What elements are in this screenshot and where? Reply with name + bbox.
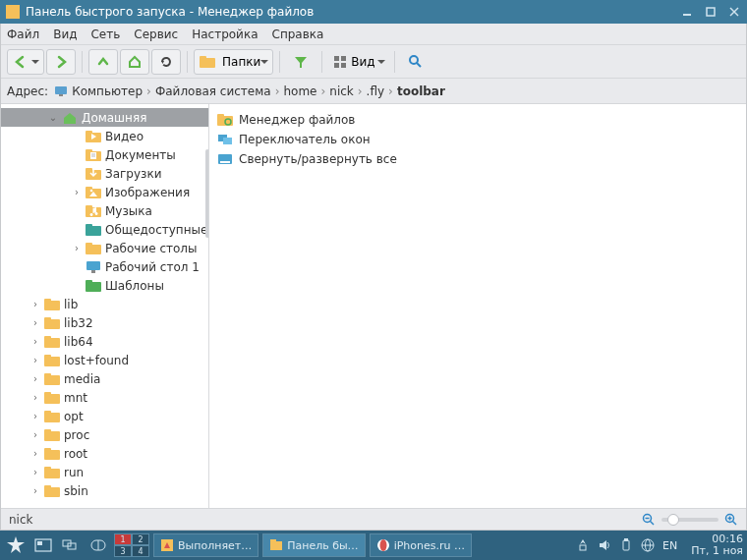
tree-label: proc [64,428,89,442]
tree-item[interactable]: ›Изображения [1,183,208,201]
expand-icon[interactable]: › [72,187,82,197]
svg-rect-85 [270,539,276,543]
expand-icon[interactable]: › [30,317,40,328]
refresh-button[interactable] [151,49,181,75]
expand-icon[interactable]: › [30,336,40,347]
forward-button[interactable] [46,49,76,75]
tree-item[interactable]: Рабочий стол 1 [1,257,208,276]
tree-item[interactable]: Видео [1,127,208,145]
collapse-icon[interactable]: ⌄ [48,112,58,123]
windows-button[interactable] [59,533,83,557]
menu-help[interactable]: Справка [272,28,324,41]
svg-rect-66 [223,138,232,144]
zoom-control [642,513,738,527]
expand-icon[interactable]: › [30,355,40,365]
filter-button[interactable] [286,49,316,75]
zoom-in-icon[interactable] [724,513,738,527]
expand-icon[interactable]: › [30,467,40,477]
folders-dropdown[interactable]: Папки [194,49,273,75]
toolbar: Папки Вид [1,45,746,79]
tree-item[interactable]: ›proc [1,425,208,444]
crumb[interactable]: Файловая система [153,83,273,100]
expand-icon[interactable]: › [72,243,82,253]
list-item[interactable]: Свернуть/развернуть все [213,149,742,169]
menu-file[interactable]: Файл [7,28,39,41]
maximize-button[interactable] [704,5,718,19]
expand-icon[interactable]: › [30,392,40,403]
menu-network[interactable]: Сеть [90,28,120,41]
crumb-current[interactable]: toolbar [395,83,447,100]
clock[interactable]: 00:16 Пт, 1 ноя [691,533,743,557]
tree-item[interactable]: Общедоступные [1,220,208,239]
task-item[interactable]: Выполняет… [153,533,259,557]
keyboard-layout[interactable]: EN [662,539,677,552]
zoom-slider[interactable] [661,518,718,522]
close-button[interactable] [727,5,741,19]
crumb[interactable]: Компьютер [70,83,144,100]
task-item[interactable]: Панель бы… [262,533,365,557]
crumb[interactable]: home [281,83,318,100]
tree-item[interactable]: ›opt [1,407,208,425]
tree-item[interactable]: ›lib32 [1,313,208,332]
menu-view[interactable]: Вид [53,28,77,41]
tree-label: media [64,372,100,386]
view-dropdown[interactable]: Вид [328,49,387,75]
expand-icon[interactable]: › [30,429,40,440]
tree-item[interactable]: ›sbin [1,481,208,500]
tree-item[interactable]: ›media [1,369,208,388]
expand-icon[interactable]: › [30,485,40,496]
tree-home[interactable]: ⌄ Домашняя [1,108,208,127]
tree-item[interactable]: ›Рабочие столы [1,239,208,257]
tree-item[interactable]: Шаблоны [1,276,208,295]
expand-icon[interactable]: › [30,411,40,421]
tree-item[interactable]: ›lib64 [1,332,208,351]
tree-item[interactable]: ›lost+found [1,351,208,369]
search-button[interactable] [401,49,431,75]
svg-rect-43 [44,317,51,321]
desktop-pager[interactable]: 12 34 [114,533,149,557]
toolbar-separator [321,51,322,73]
tree-scrollbar[interactable] [205,149,209,238]
tree-item[interactable]: ›root [1,444,208,463]
list-item[interactable]: Менеджер файлов [213,110,742,130]
tree-item[interactable]: ›mnt [1,388,208,407]
network-icon[interactable] [641,538,655,552]
tray-toggle-button[interactable] [86,533,110,557]
file-list[interactable]: Менеджер файловПереключатель оконСвернут… [209,104,746,508]
tree-item[interactable]: ›lib [1,295,208,313]
back-button[interactable] [7,49,44,75]
pager-cell[interactable]: 3 [114,545,132,557]
pager-cell[interactable]: 1 [114,533,132,545]
pager-cell[interactable]: 2 [132,533,149,545]
tree-item[interactable]: ›run [1,463,208,481]
menubar: Файл Вид Сеть Сервис Настройка Справка [1,24,746,45]
tree-item[interactable]: Документы [1,145,208,164]
usb-icon[interactable] [619,538,633,552]
show-desktop-button[interactable] [31,533,55,557]
updates-icon[interactable] [576,538,590,552]
menu-service[interactable]: Сервис [134,28,178,41]
task-item[interactable]: iPhones.ru … [370,533,472,557]
volume-icon[interactable] [598,538,611,552]
minimize-button[interactable] [680,5,694,19]
expand-icon[interactable]: › [30,299,40,309]
start-button[interactable] [4,533,28,557]
list-item[interactable]: Переключатель окон [213,130,742,149]
tree-item[interactable]: Загрузки [1,164,208,183]
crumb[interactable]: nick [327,83,356,100]
pager-cell[interactable]: 4 [132,545,149,557]
expand-icon[interactable]: › [30,373,40,384]
tree-label: Музыка [105,204,152,218]
zoom-thumb[interactable] [667,514,679,526]
expand-icon[interactable]: › [30,448,40,459]
svg-point-87 [379,539,386,551]
svg-rect-90 [623,540,629,550]
menu-settings[interactable]: Настройка [192,28,258,41]
folder-tree[interactable]: ⌄ Домашняя ВидеоДокументыЗагрузки›Изобра… [1,104,209,508]
item-label: Переключатель окон [239,133,371,146]
up-button[interactable] [88,49,118,75]
zoom-out-icon[interactable] [642,513,656,527]
crumb[interactable]: .fly [365,83,386,100]
home-button[interactable] [120,49,149,75]
tree-item[interactable]: Музыка [1,201,208,220]
